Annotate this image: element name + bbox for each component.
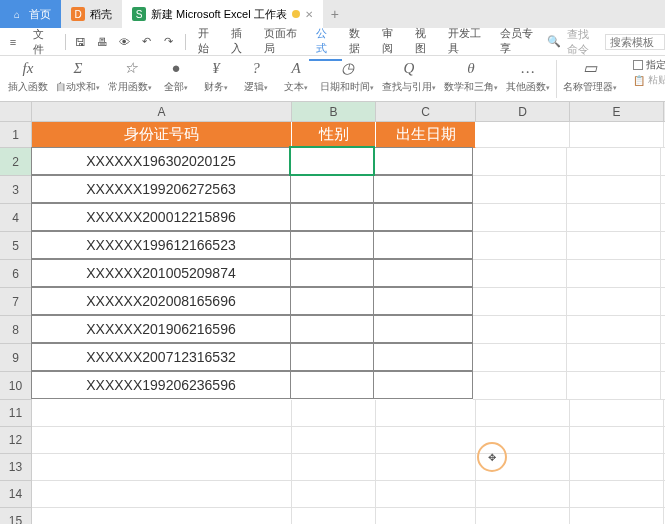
cell[interactable]: XXXXXX196302020125 <box>31 147 291 175</box>
ribbon-button-1[interactable]: Σ自动求和▾ <box>52 58 104 94</box>
file-menu[interactable]: 文件 <box>26 24 60 60</box>
cell[interactable] <box>376 400 476 427</box>
cell[interactable]: XXXXXX199206236596 <box>31 371 291 399</box>
cell[interactable]: XXXXXX201005209874 <box>31 259 291 287</box>
cell[interactable] <box>292 427 376 454</box>
cell[interactable] <box>661 260 665 288</box>
row-header[interactable]: 8 <box>0 316 32 344</box>
cell[interactable] <box>473 148 567 176</box>
ribbon-button-6[interactable]: A文本▾ <box>276 58 316 94</box>
cell[interactable] <box>292 508 376 524</box>
row-header[interactable]: 5 <box>0 232 32 260</box>
cell[interactable] <box>570 122 664 148</box>
menu-item-5[interactable]: 审阅 <box>375 23 408 61</box>
redo-icon[interactable]: ↷ <box>160 32 178 52</box>
cell[interactable] <box>661 176 665 204</box>
search-commands[interactable]: 查找命令 <box>567 27 599 57</box>
preview-icon[interactable]: 👁 <box>115 32 133 52</box>
ribbon-button-9[interactable]: θ数学和三角▾ <box>440 58 502 94</box>
cell[interactable] <box>292 481 376 508</box>
menu-item-0[interactable]: 开始 <box>191 23 224 61</box>
column-header[interactable]: B <box>292 102 376 122</box>
column-header[interactable]: E <box>570 102 664 122</box>
tab-daoke[interactable]: D 稻壳 <box>61 0 122 28</box>
ribbon-button-4[interactable]: ¥财务▾ <box>196 58 236 94</box>
row-header[interactable]: 6 <box>0 260 32 288</box>
cell[interactable] <box>290 343 374 371</box>
cell[interactable] <box>290 371 374 399</box>
cell[interactable]: XXXXXX200712316532 <box>31 343 291 371</box>
cell[interactable] <box>567 288 661 316</box>
ribbon-button-2[interactable]: ☆常用函数▾ <box>104 58 156 94</box>
cell[interactable] <box>473 288 567 316</box>
cell[interactable] <box>32 400 292 427</box>
cell[interactable] <box>373 343 473 371</box>
column-header[interactable]: A <box>32 102 292 122</box>
cell[interactable] <box>373 231 473 259</box>
cell[interactable] <box>567 344 661 372</box>
column-header[interactable]: D <box>476 102 570 122</box>
menu-item-2[interactable]: 页面布局 <box>257 23 309 61</box>
assign-button[interactable]: 指定 <box>633 58 665 72</box>
cell[interactable]: 性别 <box>292 122 376 148</box>
cell[interactable] <box>290 147 374 175</box>
row-header[interactable]: 12 <box>0 427 32 454</box>
undo-icon[interactable]: ↶ <box>138 32 156 52</box>
cell[interactable] <box>476 427 570 454</box>
cell[interactable] <box>376 454 476 481</box>
cell[interactable] <box>32 427 292 454</box>
cell[interactable]: XXXXXX199206272563 <box>31 175 291 203</box>
row-header[interactable]: 15 <box>0 508 32 524</box>
cell[interactable] <box>570 427 664 454</box>
cell[interactable]: XXXXXX202008165696 <box>31 287 291 315</box>
cell[interactable] <box>570 481 664 508</box>
row-header[interactable]: 10 <box>0 372 32 400</box>
cell[interactable] <box>567 148 661 176</box>
paste-button[interactable]: 📋粘贴 <box>633 73 665 87</box>
cell[interactable] <box>570 400 664 427</box>
cell[interactable] <box>290 259 374 287</box>
cell[interactable] <box>290 231 374 259</box>
print-icon[interactable]: 🖶 <box>93 32 111 52</box>
cell[interactable] <box>373 175 473 203</box>
menu-item-6[interactable]: 视图 <box>408 23 441 61</box>
cell[interactable] <box>473 176 567 204</box>
menu-item-4[interactable]: 数据 <box>342 23 375 61</box>
cell[interactable] <box>292 454 376 481</box>
ribbon-button-10[interactable]: …其他函数▾ <box>502 58 554 94</box>
ribbon-button-5[interactable]: ?逻辑▾ <box>236 58 276 94</box>
cell[interactable] <box>567 176 661 204</box>
cell[interactable] <box>473 344 567 372</box>
cell[interactable] <box>661 232 665 260</box>
cell[interactable] <box>376 508 476 524</box>
cell[interactable] <box>473 232 567 260</box>
cell[interactable] <box>473 372 567 400</box>
cell[interactable] <box>476 454 570 481</box>
cell[interactable] <box>290 203 374 231</box>
cell[interactable] <box>290 287 374 315</box>
cell[interactable] <box>373 203 473 231</box>
cell[interactable] <box>373 371 473 399</box>
cell[interactable] <box>373 259 473 287</box>
cell[interactable] <box>567 372 661 400</box>
cell[interactable] <box>661 288 665 316</box>
cell[interactable] <box>376 427 476 454</box>
cell[interactable] <box>476 122 570 148</box>
cell[interactable] <box>661 204 665 232</box>
cell[interactable] <box>473 316 567 344</box>
cell[interactable] <box>476 400 570 427</box>
row-header[interactable]: 11 <box>0 400 32 427</box>
cell[interactable] <box>373 315 473 343</box>
menu-item-7[interactable]: 开发工具 <box>441 23 493 61</box>
ribbon-button-8[interactable]: Q查找与引用▾ <box>378 58 440 94</box>
cell[interactable]: XXXXXX199612166523 <box>31 231 291 259</box>
cell[interactable] <box>32 481 292 508</box>
cell[interactable] <box>32 508 292 524</box>
row-header[interactable]: 14 <box>0 481 32 508</box>
cell[interactable]: XXXXXX201906216596 <box>31 315 291 343</box>
cell[interactable] <box>570 454 664 481</box>
ribbon-button-0[interactable]: fx插入函数 <box>4 58 52 94</box>
cell[interactable] <box>373 147 473 175</box>
row-header[interactable]: 3 <box>0 176 32 204</box>
row-header[interactable]: 7 <box>0 288 32 316</box>
